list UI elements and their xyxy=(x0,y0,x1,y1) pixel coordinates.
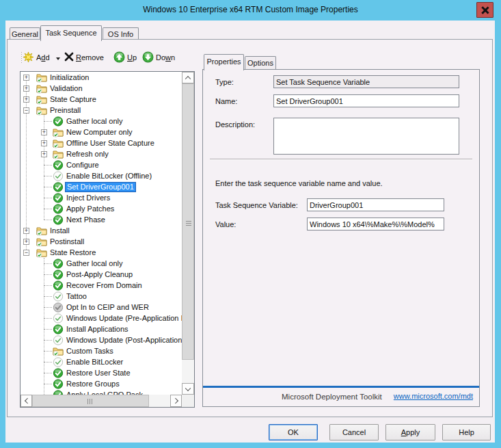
tree-item-label[interactable]: State Restore xyxy=(49,248,97,257)
description-field[interactable] xyxy=(273,118,459,155)
tree-item-label[interactable]: Validation xyxy=(49,83,84,93)
tree-item-restore-groups[interactable]: Restore Groups xyxy=(21,378,182,389)
tab-properties[interactable]: Properties xyxy=(204,54,244,70)
tree-item-label[interactable]: Gather local only xyxy=(65,116,124,126)
tree-item-label[interactable]: Postinstall xyxy=(49,237,85,246)
variable-value-field[interactable] xyxy=(307,218,444,230)
scroll-right-button[interactable] xyxy=(170,395,182,407)
tree-item-label[interactable]: Install Applications xyxy=(65,324,130,334)
apply-button[interactable]: Apply xyxy=(385,424,435,440)
tree-item-label[interactable]: Windows Update (Pre-Application Inst xyxy=(65,313,182,323)
scroll-left-button[interactable] xyxy=(21,395,32,407)
tree-item-postinstall[interactable]: +Postinstall xyxy=(21,236,182,247)
tree-item-tattoo[interactable]: Tattoo xyxy=(21,291,182,302)
tree-item-inject-drivers[interactable]: Inject Drivers xyxy=(21,192,182,203)
collapse-icon[interactable]: − xyxy=(23,107,29,114)
move-up-button[interactable]: Up xyxy=(127,53,137,62)
tree-item-label[interactable]: Restore User State xyxy=(65,368,132,378)
scroll-down-button[interactable] xyxy=(182,383,194,395)
horizontal-scrollbar[interactable] xyxy=(21,395,182,407)
tree-item-label[interactable]: Enable BitLocker xyxy=(65,357,124,367)
tree-item-new-computer-only[interactable]: +New Computer only xyxy=(21,127,182,137)
tree-item-validation[interactable]: +Validation xyxy=(21,83,182,94)
tree-item-label[interactable]: New Computer only xyxy=(65,127,134,137)
expand-icon[interactable]: + xyxy=(23,85,29,92)
tree-item-next-phase[interactable]: Next Phase xyxy=(21,214,182,225)
tree-item-label[interactable]: Restore Groups xyxy=(65,379,121,388)
expand-icon[interactable]: + xyxy=(23,75,29,81)
tree-item-recover-from-domain[interactable]: Recover From Domain xyxy=(21,280,182,291)
tree-item-apply-local-gpo-pack[interactable]: Apply Local GPO Pack xyxy=(21,389,182,395)
tree-item-windows-update-pre-application-inst[interactable]: Windows Update (Pre-Application Inst xyxy=(21,313,182,324)
tab-options[interactable]: Options xyxy=(245,56,276,70)
expand-icon[interactable]: + xyxy=(41,129,47,135)
tree-item-label[interactable]: Custom Tasks xyxy=(65,346,115,356)
help-button[interactable]: Help xyxy=(442,424,491,440)
tree-item-state-restore[interactable]: −State Restore xyxy=(21,247,182,258)
add-button[interactable]: Add xyxy=(36,53,50,62)
tree-item-label[interactable]: Tattoo xyxy=(65,291,88,301)
tree-item-post-apply-cleanup[interactable]: Post-Apply Cleanup xyxy=(21,269,182,280)
tree-item-label[interactable]: Initialization xyxy=(49,73,90,82)
ok-button[interactable]: OK xyxy=(269,424,318,440)
tree-item-label[interactable]: Enable BitLocker (Offline) xyxy=(65,171,153,181)
cancel-button[interactable]: Cancel xyxy=(329,424,379,440)
tree-item-restore-user-state[interactable]: Restore User State xyxy=(21,367,182,378)
tree-item-initialization[interactable]: +Initialization xyxy=(21,72,182,83)
tree-item-label[interactable]: Preinstall xyxy=(49,105,82,115)
expand-icon[interactable]: + xyxy=(41,151,47,157)
tree-item-gather-local-only[interactable]: Gather local only xyxy=(21,116,182,127)
expand-icon[interactable]: + xyxy=(23,96,29,103)
tree-item-gather-local-only[interactable]: Gather local only xyxy=(21,258,182,269)
tree-item-install-applications[interactable]: Install Applications xyxy=(21,324,182,334)
remove-button[interactable]: Remove xyxy=(76,53,104,62)
tree-connector xyxy=(44,187,52,187)
tree-item-label[interactable]: State Capture xyxy=(49,94,98,104)
title-bar[interactable]: Windows 10 Enterprise x64 RTM Custom Ima… xyxy=(0,0,501,21)
tree-item-set-drivergroup001[interactable]: Set DriverGroup001 xyxy=(21,181,182,192)
expand-icon[interactable]: + xyxy=(23,228,29,234)
tree-item-preinstall[interactable]: −Preinstall xyxy=(21,105,182,116)
tree-item-windows-update-post-application-ins[interactable]: Windows Update (Post-Application Ins xyxy=(21,334,182,345)
variable-name-field[interactable] xyxy=(307,198,444,211)
tab-task-sequence[interactable]: Task Sequence xyxy=(40,25,102,41)
collapse-icon[interactable]: − xyxy=(23,250,29,256)
step-enabled-icon xyxy=(53,390,64,395)
tree-item-label[interactable]: Offline User State Capture xyxy=(65,138,156,148)
vertical-scroll-thumb[interactable] xyxy=(182,83,194,360)
tree-item-label[interactable]: Opt In to CEIP and WER xyxy=(65,302,150,312)
tree-item-label[interactable]: Windows Update (Post-Application Ins xyxy=(65,335,182,345)
tree-item-custom-tasks[interactable]: Custom Tasks xyxy=(21,345,182,356)
add-dropdown-caret-icon[interactable] xyxy=(56,57,60,60)
tree-item-opt-in-to-ceip-and-wer[interactable]: Opt In to CEIP and WER xyxy=(21,302,182,313)
scroll-up-button[interactable] xyxy=(182,72,194,83)
tree-item-apply-patches[interactable]: Apply Patches xyxy=(21,203,182,214)
tree-item-label[interactable]: Next Phase xyxy=(65,215,107,224)
tree-item-label[interactable]: Post-Apply Cleanup xyxy=(65,269,134,279)
tree-item-label[interactable]: Refresh only xyxy=(65,149,110,159)
expand-icon[interactable]: + xyxy=(23,239,29,245)
tree-item-label[interactable]: Configure xyxy=(65,160,100,170)
tree-item-enable-bitlocker-offline[interactable]: Enable BitLocker (Offline) xyxy=(21,170,182,181)
tree-item-label[interactable]: Inject Drivers xyxy=(65,193,111,202)
tree-item-state-capture[interactable]: +State Capture xyxy=(21,94,182,105)
tree-item-label[interactable]: Gather local only xyxy=(65,259,124,268)
type-field[interactable] xyxy=(273,75,459,88)
close-button[interactable] xyxy=(476,2,493,18)
tree-item-label[interactable]: Set DriverGroup001 xyxy=(65,182,136,192)
tree-item-offline-user-state-capture[interactable]: +Offline User State Capture xyxy=(21,137,182,148)
tree-item-configure[interactable]: Configure xyxy=(21,159,182,170)
mdt-link[interactable]: www.microsoft.com/mdt xyxy=(394,392,473,400)
horizontal-scroll-thumb[interactable] xyxy=(32,395,149,407)
name-field[interactable] xyxy=(273,94,459,107)
tree-item-label[interactable]: Recover From Domain xyxy=(65,280,144,290)
tree-item-enable-bitlocker[interactable]: Enable BitLocker xyxy=(21,356,182,367)
expand-icon[interactable]: + xyxy=(41,140,47,146)
move-down-button[interactable]: Down xyxy=(156,53,175,62)
tree-item-label[interactable]: Apply Patches xyxy=(65,204,116,213)
vertical-scrollbar[interactable] xyxy=(182,72,194,395)
tree-item-install[interactable]: +Install xyxy=(21,225,182,236)
tree-item-label[interactable]: Apply Local GPO Pack xyxy=(65,390,144,395)
tree-item-refresh-only[interactable]: +Refresh only xyxy=(21,148,182,159)
tree-item-label[interactable]: Install xyxy=(49,226,71,235)
